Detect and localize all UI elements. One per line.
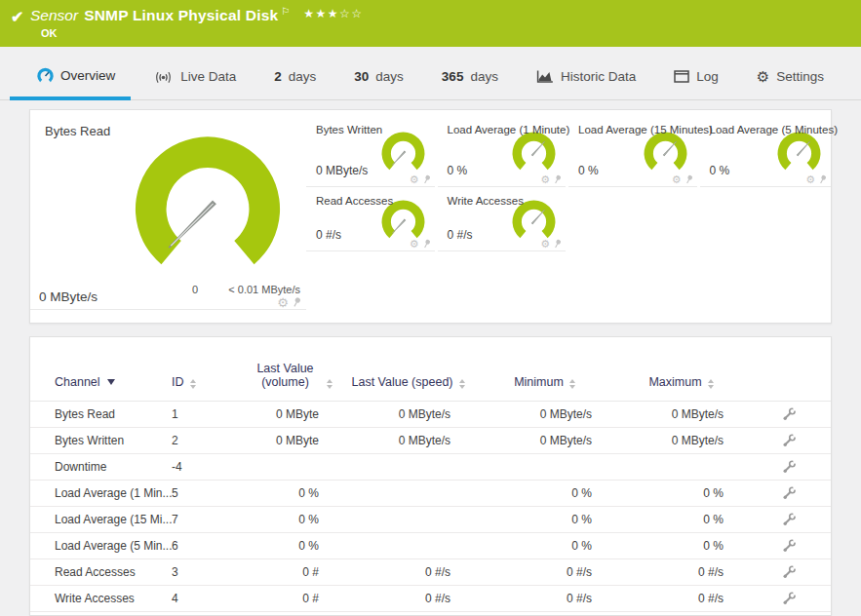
tab-day-count: 365 xyxy=(442,69,464,84)
gauges-panel: Bytes Read 0 < 0.01 MByte/s 0 MByte/s ⚙ … xyxy=(29,109,832,324)
column-header-last-value-volume[interactable]: Last Value (volume) xyxy=(240,337,342,402)
gauge-title: Read Accesses xyxy=(316,195,393,207)
page-title: SNMP Linux Physical Disk xyxy=(84,7,278,23)
tab-365-days[interactable]: 365 days xyxy=(430,69,510,99)
channel-id: -4 xyxy=(172,454,240,481)
gauge-icon xyxy=(37,67,54,84)
minimum-value: 0 MByte/s xyxy=(474,428,615,454)
wrench-icon[interactable] xyxy=(782,460,797,475)
gauge-value: 0 #/s xyxy=(448,228,473,242)
gauge-value: 0 % xyxy=(710,164,730,177)
gear-icon: ⚙ xyxy=(757,69,769,84)
last-value-volume: 0 MByte xyxy=(240,428,342,454)
pin-icon[interactable] xyxy=(685,174,693,185)
last-value-speed: 0 MByte/s xyxy=(342,428,474,454)
last-value-volume: 0 % xyxy=(240,533,342,559)
wrench-icon[interactable] xyxy=(782,592,797,606)
stars-empty[interactable]: ☆☆ xyxy=(339,7,364,20)
minimum-value: 0 #/s xyxy=(474,586,615,612)
minimum-value: 0 % xyxy=(474,533,615,559)
maximum-value: 0 #/s xyxy=(615,586,747,612)
gauge-title: Load Average (1 Minute) xyxy=(448,124,570,135)
wrench-icon[interactable] xyxy=(782,539,797,554)
pin-icon[interactable] xyxy=(422,239,431,250)
gear-icon[interactable]: ⚙ xyxy=(410,174,419,185)
gauge-dial xyxy=(511,131,557,171)
tab-label: days xyxy=(289,69,317,84)
pin-icon[interactable] xyxy=(553,174,562,185)
column-header-id[interactable]: ID xyxy=(172,337,240,402)
sort-icon xyxy=(569,379,575,389)
gauge-value: 0 #/s xyxy=(316,228,341,242)
tab-label: days xyxy=(470,69,498,84)
tab-label: Settings xyxy=(776,69,824,84)
minimum-value: 0 % xyxy=(474,481,615,507)
table-row: Bytes Written 2 0 MByte 0 MByte/s 0 MByt… xyxy=(30,428,831,454)
gauge-title: Bytes Read xyxy=(45,124,110,138)
gauge-title: Bytes Written xyxy=(316,124,382,135)
tab-label: Historic Data xyxy=(561,69,636,84)
gear-icon[interactable]: ⚙ xyxy=(410,239,419,250)
last-value-speed xyxy=(342,454,474,481)
table-row: Downtime -4 xyxy=(30,454,831,481)
gear-icon[interactable]: ⚙ xyxy=(540,174,550,185)
pin-icon[interactable] xyxy=(292,296,301,309)
minimum-value: 0 #/s xyxy=(474,559,615,586)
table-row: Bytes Read 1 0 MByte 0 MByte/s 0 MByte/s… xyxy=(30,402,831,428)
maximum-value: 0 MByte/s xyxy=(615,428,747,454)
gauge-value: 0 MByte/s xyxy=(316,164,368,177)
wrench-icon[interactable] xyxy=(782,407,797,422)
maximum-value: 0 #/s xyxy=(615,559,747,586)
gauge-tile-bytes-written: Bytes Written 0 MByte/s ⚙ xyxy=(306,116,435,187)
channel-name: Load Average (5 Min... xyxy=(30,533,172,559)
column-header-last-value-speed[interactable]: Last Value (speed) xyxy=(342,337,474,402)
gauge-tile-bytes-read: Bytes Read 0 < 0.01 MByte/s 0 MByte/s ⚙ xyxy=(30,110,306,310)
gear-icon[interactable]: ⚙ xyxy=(672,174,682,185)
gauge-tile-write-accesses: Write Accesses 0 #/s ⚙ xyxy=(438,187,567,251)
gear-icon[interactable]: ⚙ xyxy=(805,174,815,185)
flag-icon[interactable]: ⚐ xyxy=(281,6,290,17)
column-header-minimum[interactable]: Minimum xyxy=(474,337,615,402)
gear-icon[interactable]: ⚙ xyxy=(277,296,289,309)
last-value-volume: 0 % xyxy=(240,481,342,507)
pin-icon[interactable] xyxy=(422,174,431,185)
wrench-icon[interactable] xyxy=(782,486,797,501)
maximum-value: 0 % xyxy=(615,533,747,559)
gauge-tile-read-accesses: Read Accesses 0 #/s ⚙ xyxy=(306,187,435,251)
tab-overview[interactable]: Overview xyxy=(25,67,127,99)
area-chart-icon xyxy=(536,69,554,84)
tab-day-count: 2 xyxy=(274,69,282,84)
tab-settings[interactable]: ⚙ Settings xyxy=(745,69,836,99)
gauge-title: Load Average (15 Minutes) xyxy=(578,124,713,135)
table-header-row: Channel ID Last Value (volume) Last Valu… xyxy=(30,337,831,402)
gauge-title: Load Average (5 Minutes) xyxy=(710,124,838,135)
wrench-icon[interactable] xyxy=(782,434,797,448)
pin-icon[interactable] xyxy=(818,174,827,185)
priority-stars[interactable]: ★★★☆☆ xyxy=(303,7,363,20)
minimum-value: 0 % xyxy=(474,507,615,533)
tab-live-data[interactable]: Live Data xyxy=(141,69,248,99)
column-header-maximum[interactable]: Maximum xyxy=(615,337,747,402)
last-value-speed: 0 #/s xyxy=(342,586,474,612)
pin-icon[interactable] xyxy=(553,239,562,250)
small-gauges-grid: Bytes Written 0 MByte/s ⚙ Load Average (… xyxy=(306,116,831,309)
tab-day-count: 30 xyxy=(354,69,369,84)
gauge-scale-min: 0 xyxy=(192,284,198,295)
wrench-icon[interactable] xyxy=(782,565,797,580)
maximum-value: 0 MByte/s xyxy=(615,402,747,428)
channel-name: Downtime xyxy=(30,454,172,481)
wrench-icon[interactable] xyxy=(782,513,797,527)
tab-30-days[interactable]: 30 days xyxy=(342,69,415,99)
last-value-speed xyxy=(342,507,474,533)
last-value-volume: 0 MByte xyxy=(240,402,342,428)
gear-icon[interactable]: ⚙ xyxy=(540,239,550,250)
tab-historic-data[interactable]: Historic Data xyxy=(525,69,647,99)
tab-log[interactable]: Log xyxy=(662,69,730,99)
stars-filled[interactable]: ★★★ xyxy=(303,7,339,20)
last-value-speed: 0 MByte/s xyxy=(342,402,474,428)
minimum-value xyxy=(474,454,615,481)
window-icon xyxy=(674,70,689,83)
last-value-volume: 0 # xyxy=(240,586,342,612)
tab-2-days[interactable]: 2 days xyxy=(262,69,328,99)
column-header-channel[interactable]: Channel xyxy=(30,337,172,402)
